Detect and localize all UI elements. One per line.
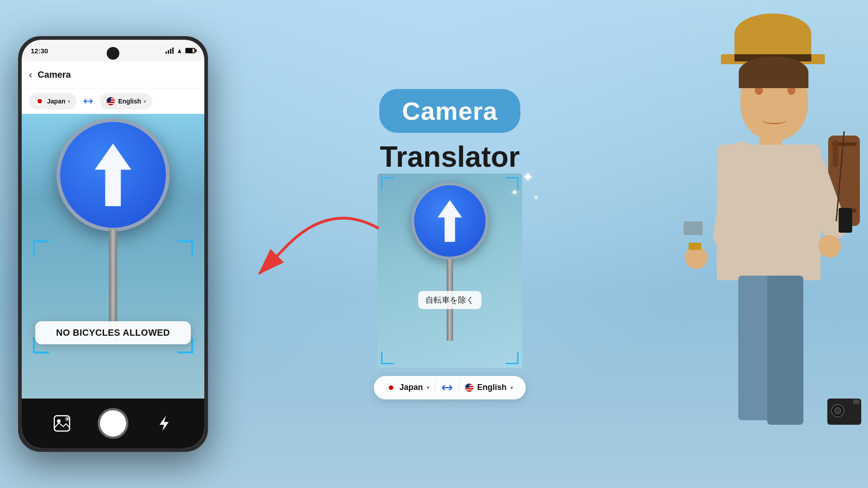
vf-swap-button[interactable] (441, 381, 453, 394)
vf-language-bar: Japan ▾ English ▾ (374, 376, 525, 399)
main-layout: 12:30 ▲ (0, 0, 868, 488)
app-title-text: Camera (402, 97, 497, 125)
red-arrow-svg (246, 210, 391, 291)
flash-button[interactable] (155, 414, 173, 432)
viewfinder-container: 自転車を除く (377, 174, 522, 368)
vf-arrow-svg (432, 198, 468, 244)
svg-marker-7 (438, 200, 462, 241)
vf-target-lang-text: English (477, 383, 507, 392)
camera-title: Camera (38, 70, 71, 80)
phone-mockup: 12:30 ▲ (18, 36, 208, 452)
phone-lang-bar: Japan ▾ English (22, 89, 204, 114)
watch (689, 243, 701, 250)
person-column (674, 0, 868, 488)
jp-circle (38, 99, 42, 103)
backpack-handle (833, 140, 838, 167)
person-smile (762, 116, 787, 124)
sparkle-3: ✦ (533, 194, 539, 201)
vf-jp-text: 自転車を除く (418, 291, 481, 309)
arrow-up-svg (86, 141, 140, 209)
gallery-icon (53, 415, 71, 432)
person-area (674, 0, 868, 488)
us-flag (106, 97, 115, 106)
vf-target-lang-selector[interactable]: English ▾ (465, 383, 513, 392)
sparkle-2: ✦ (511, 187, 519, 198)
person-hair (739, 56, 808, 88)
jp-text-label: 自転車を除く (425, 296, 474, 305)
sparkle-1: ✦ (522, 169, 533, 185)
person-tattoo (684, 221, 703, 235)
signal-bar-2 (168, 50, 169, 54)
app-subtitle-text: Translator (380, 141, 519, 173)
held-phone (839, 208, 852, 233)
phone-translation-overlay: NO BICYCLES ALLOWED (35, 321, 191, 344)
person-right-leg (767, 276, 803, 425)
scan-corner-tl (33, 240, 49, 256)
phone-direction-sign (57, 118, 170, 231)
vf-japan-flag (387, 383, 396, 392)
vf-jp-circle (389, 385, 393, 390)
camera-flash (853, 399, 859, 404)
gallery-button[interactable] (53, 414, 71, 432)
vf-corner-tl (381, 177, 394, 190)
battery-fill (186, 49, 193, 52)
phone-bottom-controls (22, 399, 204, 448)
camera-header: ‹ Camera (22, 61, 204, 89)
viewfinder-area: ✦ ✦ ✦ 自 (377, 174, 522, 368)
phone-translation-text: NO BICYCLES ALLOWED (56, 328, 170, 338)
vf-lang-separator-2 (459, 381, 459, 394)
hat-crown (735, 14, 811, 54)
battery-icon (185, 48, 195, 53)
scan-corner-tr (177, 240, 193, 256)
person-shirt (717, 145, 821, 280)
vf-corner-br (506, 352, 519, 364)
phone-column: 12:30 ▲ (0, 0, 226, 488)
target-lang-chevron: ▾ (144, 99, 146, 104)
us-flag-inner (107, 97, 115, 105)
source-language-selector[interactable]: Japan ▾ (29, 93, 76, 109)
person-camera (827, 399, 861, 425)
phone-body: 12:30 ▲ (18, 36, 208, 452)
japan-flag (35, 97, 44, 106)
signal-bar-4 (172, 47, 174, 54)
status-icons: ▲ (165, 47, 195, 54)
vf-target-chevron: ▾ (510, 385, 513, 391)
person-left-hand (685, 246, 708, 269)
camera-scene: NO BICYCLES ALLOWED (22, 114, 204, 399)
vf-source-lang-text: Japan (399, 383, 423, 392)
viewfinder-inner: 自転車を除く (377, 174, 522, 368)
vf-lang-separator (435, 381, 435, 394)
vf-us-flag (465, 383, 474, 392)
vf-source-lang-selector[interactable]: Japan ▾ (387, 383, 429, 392)
svg-marker-0 (95, 144, 132, 206)
shutter-button[interactable] (98, 408, 128, 439)
sparkle-group: ✦ ✦ ✦ (509, 169, 545, 210)
swap-languages-button[interactable] (81, 94, 95, 108)
signal-bars (165, 47, 174, 54)
phone-notch (107, 47, 119, 60)
camera-lens-inner (834, 407, 841, 414)
camera-lens (831, 404, 844, 418)
target-language-selector[interactable]: English ▾ (100, 93, 152, 109)
back-button[interactable]: ‹ (29, 69, 32, 81)
vf-swap-icon (441, 381, 453, 394)
vf-us-flag-inner (465, 384, 473, 392)
signal-bar-3 (170, 49, 171, 54)
swap-icon (83, 96, 94, 107)
vf-direction-sign (411, 183, 488, 259)
app-title-badge: Camera (379, 89, 520, 133)
person-right-hand (818, 235, 841, 258)
app-subtitle-area: Translator (380, 140, 519, 174)
source-lang-chevron: ▾ (68, 99, 70, 104)
signal-bar-1 (165, 52, 167, 54)
status-time: 12:30 (31, 47, 48, 55)
vf-corner-bl (381, 352, 394, 364)
wifi-icon: ▲ (176, 47, 183, 54)
bolt-icon (157, 415, 171, 432)
phone-screen: 12:30 ▲ (22, 40, 204, 448)
target-lang-label: English (118, 98, 141, 105)
svg-marker-6 (160, 416, 169, 431)
vf-source-chevron: ▾ (427, 385, 429, 391)
source-lang-label: Japan (47, 98, 65, 105)
held-phone-screen (840, 209, 851, 232)
